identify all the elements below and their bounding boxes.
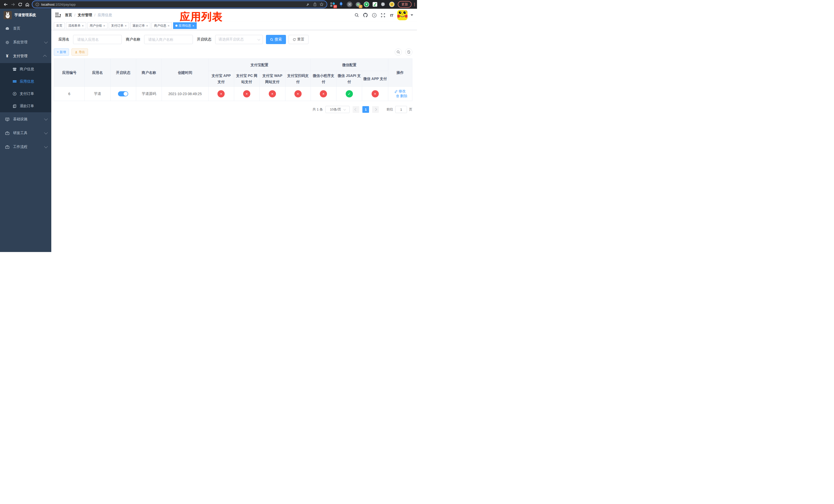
tag-pay-orders[interactable]: 支付订单× — [109, 22, 129, 29]
github-icon[interactable] — [363, 12, 369, 18]
browser-forward-button[interactable] — [9, 1, 16, 8]
gear-icon — [5, 40, 9, 45]
tag-merchant-info[interactable]: 商户信息× — [152, 22, 172, 29]
browser-update-button[interactable]: 更新 — [398, 1, 412, 8]
avatar-caret-icon[interactable] — [411, 14, 413, 16]
tag-process-form[interactable]: 流程表单× — [66, 22, 86, 29]
breadcrumb-home[interactable]: 首页 — [65, 13, 72, 18]
home-icon — [25, 2, 29, 7]
goto-label: 前往 — [387, 107, 393, 112]
sidebar-item-infrastructure[interactable]: 基础设施 — [0, 112, 51, 126]
merchant-name-input[interactable] — [144, 35, 193, 44]
share-icon[interactable] — [313, 2, 317, 6]
status-select[interactable]: 请选择开启状态 — [215, 35, 263, 44]
sidebar-item-payment[interactable]: ¥ 支付管理 — [0, 49, 51, 63]
sidebar-item-system[interactable]: 系统管理 — [0, 36, 51, 49]
delete-button[interactable]: 删除 — [396, 94, 407, 98]
tag-home[interactable]: 首页 — [54, 22, 65, 29]
extension-icon-recorder[interactable]: 1 — [355, 2, 361, 7]
extension-icon-green-note[interactable] — [372, 2, 378, 7]
refresh-table-button[interactable] — [405, 48, 412, 55]
tag-user-group[interactable]: 用户分组× — [87, 22, 108, 29]
password-key-icon[interactable] — [306, 2, 310, 6]
sidebar-item-home[interactable]: 首页 — [0, 22, 51, 36]
enable-toggle[interactable] — [118, 91, 128, 96]
header-search-icon[interactable] — [354, 12, 360, 18]
user-avatar[interactable] — [397, 10, 408, 20]
site-info-icon[interactable] — [36, 3, 39, 6]
col-wechat-jsapi: 微信 JSAPI 支付 — [336, 71, 362, 87]
add-button[interactable]: + 新增 — [54, 48, 69, 55]
page-unit-label: 页 — [409, 107, 412, 112]
close-icon[interactable]: × — [82, 24, 84, 27]
sidebar-logo[interactable]: 芋道管理系统 — [0, 9, 51, 22]
cell-app-name: 芋道 — [85, 87, 110, 101]
close-icon[interactable]: × — [168, 24, 170, 27]
help-icon[interactable]: ? — [371, 12, 377, 18]
sidebar-item-refund-orders[interactable]: 退款订单 — [0, 100, 51, 112]
font-size-icon[interactable]: tT — [389, 12, 395, 18]
col-alipay-qr: 支付宝扫码支付 — [285, 71, 311, 87]
url-text: localhost:1024/pay/app — [41, 3, 304, 6]
sidebar-item-dev-tools[interactable]: 研发工具 — [0, 126, 51, 140]
goto-page-input[interactable] — [395, 106, 407, 113]
extensions-puzzle-icon[interactable] — [380, 2, 386, 7]
sidebar-item-label: 系统管理 — [13, 40, 27, 45]
close-icon[interactable]: × — [192, 24, 194, 27]
browser-home-button[interactable] — [24, 1, 31, 8]
browser-profile-avatar[interactable] — [389, 2, 395, 7]
cell-status — [110, 87, 136, 101]
yen-circle-icon: ¥ — [12, 92, 17, 96]
extension-icon-vue-devtools[interactable] — [364, 2, 369, 7]
reset-button[interactable]: 重置 — [288, 35, 308, 44]
merchant-name-label: 商户名称 — [126, 37, 140, 42]
monitor-icon — [5, 117, 9, 121]
chevron-left-icon — [354, 108, 357, 111]
search-button[interactable]: 搜索 — [266, 35, 286, 44]
export-button[interactable]: 导出 — [71, 48, 88, 55]
prev-page-button[interactable] — [353, 106, 359, 113]
show-search-toggle-button[interactable] — [395, 48, 402, 55]
grid-icon — [12, 79, 17, 84]
chevron-right-icon — [374, 108, 377, 111]
sidebar-item-label: 基础设施 — [13, 117, 27, 121]
kite-icon — [339, 2, 344, 7]
close-icon[interactable]: × — [103, 24, 105, 27]
sidebar-item-merchant-info[interactable]: 商户信息 — [0, 63, 51, 75]
cell-created: 2021-10-23 08:49:25 — [162, 87, 208, 101]
search-form: 应用名 商户名称 开启状态 请选择开启状态 搜索 重置 — [54, 35, 412, 44]
sidebar-item-workflow[interactable]: 工作流程 — [0, 140, 51, 154]
chevron-down-icon — [44, 144, 48, 148]
address-bar[interactable]: localhost:1024/pay/app — [32, 1, 327, 8]
tag-refund-orders[interactable]: 退款订单× — [130, 22, 151, 29]
toolbox-icon — [5, 131, 9, 135]
breadcrumb-payment[interactable]: 支付管理 — [78, 13, 92, 18]
extension-icon-blocks[interactable]: 10 — [330, 2, 335, 7]
next-page-button[interactable] — [372, 106, 379, 113]
chevron-down-icon — [343, 108, 346, 111]
page-number-button[interactable]: 1 — [363, 106, 369, 113]
bookmark-star-icon[interactable] — [320, 2, 324, 6]
extension-icon-command[interactable]: ⌘ — [347, 2, 352, 7]
page-size-select[interactable]: 10条/页 — [326, 106, 350, 113]
sidebar-item-pay-orders[interactable]: ¥ 支付订单 — [0, 88, 51, 100]
app-frame: 芋道管理系统 首页 系统管理 ¥ 支付管理 商户信息 — [0, 9, 417, 252]
alipay-qr-status-icon: × — [294, 90, 302, 97]
sidebar-collapse-icon[interactable] — [55, 13, 61, 18]
browser-reload-button[interactable] — [16, 1, 24, 8]
app-name-input[interactable] — [73, 35, 122, 44]
extension-icon-kite[interactable] — [338, 2, 344, 7]
fullscreen-icon[interactable] — [380, 12, 386, 18]
sidebar-item-app-info[interactable]: 应用信息 — [0, 75, 51, 88]
app-name-label: 应用名 — [59, 37, 69, 42]
svg-text:¥: ¥ — [14, 93, 15, 95]
close-icon[interactable]: × — [146, 24, 148, 27]
browser-back-button[interactable] — [2, 1, 9, 8]
download-icon — [74, 50, 78, 53]
edit-button[interactable]: 修改 — [394, 89, 406, 94]
browser-menu-button[interactable] — [414, 3, 415, 6]
page-annotation-title: 应用列表 — [180, 10, 223, 24]
close-icon[interactable]: × — [125, 24, 127, 27]
chevron-down-icon — [258, 38, 260, 41]
sidebar-item-label: 支付管理 — [13, 54, 27, 59]
